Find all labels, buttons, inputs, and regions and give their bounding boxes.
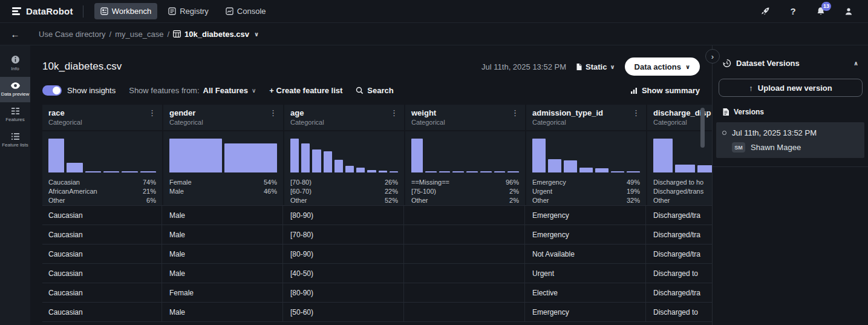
nav-tab-label: Console bbox=[237, 7, 266, 16]
breadcrumb-use-case-directory[interactable]: Use Case directory bbox=[39, 30, 106, 39]
table-cell: Discharged/tra bbox=[647, 225, 712, 244]
back-button[interactable]: ← bbox=[0, 29, 30, 39]
breadcrumb-bar: ← Use Case directory / my_use_case / 10k… bbox=[0, 23, 868, 45]
table-cell: Emergency bbox=[526, 225, 646, 244]
stat-line: Male46% bbox=[169, 187, 277, 196]
sidebar-item-data-preview[interactable]: Data preview bbox=[0, 77, 30, 102]
notification-badge: 13 bbox=[821, 2, 831, 11]
back-arrow-icon: ← bbox=[11, 29, 20, 39]
table-cell: Male bbox=[163, 303, 283, 321]
table-column-weight: weight⋮Categorical==Missing==96%[75-100)… bbox=[405, 105, 525, 205]
chevron-down-icon: ∨ bbox=[610, 64, 615, 70]
column-histogram[interactable] bbox=[48, 137, 156, 172]
column-header[interactable]: race⋮Categorical bbox=[42, 105, 162, 130]
nav-tab-console[interactable]: Console bbox=[220, 3, 272, 19]
sidebar-item-feature-lists[interactable]: Feature lists bbox=[0, 128, 30, 153]
dataset-timestamp: Jul 11th, 2025 13:52 PM bbox=[481, 62, 566, 71]
histogram-bar bbox=[103, 171, 119, 172]
table-cell: Discharged to bbox=[647, 264, 712, 283]
version-dot-icon bbox=[722, 131, 726, 135]
show-features-from-dropdown[interactable]: Show features from: All Features ∨ bbox=[129, 86, 256, 95]
column-histogram[interactable] bbox=[290, 137, 398, 172]
nav-tab-workbench[interactable]: Workbench bbox=[94, 3, 158, 19]
breadcrumb-current-dataset[interactable]: 10k_diabetes.csv ∨ bbox=[173, 30, 259, 39]
bar-chart-icon bbox=[630, 87, 638, 94]
datarobot-logo[interactable]: DataRobot bbox=[12, 6, 73, 16]
column-header[interactable]: admission_type_id⋮Categorical bbox=[526, 105, 646, 130]
show-insights-toggle[interactable]: Show insights bbox=[42, 85, 116, 96]
histogram-bar bbox=[548, 159, 561, 172]
column-insights: Female54%Male46% bbox=[163, 131, 283, 205]
column-stats: Discharged to hoDischarged/transOther bbox=[653, 178, 712, 205]
notifications-bell-icon[interactable]: 13 bbox=[815, 5, 827, 18]
stat-line: Female54% bbox=[169, 178, 277, 187]
table-row[interactable]: CaucasianFemale[80-90)ElectiveDischarged… bbox=[42, 283, 712, 302]
table-cell: Male bbox=[163, 264, 283, 283]
column-menu-icon[interactable]: ⋮ bbox=[632, 108, 640, 117]
table-column-race: race⋮CategoricalCaucasian74%AfricanAmeri… bbox=[42, 105, 162, 205]
search-button[interactable]: Search bbox=[356, 86, 393, 95]
histogram-bar bbox=[390, 171, 398, 172]
nav-tab-label: Registry bbox=[180, 7, 209, 16]
chevron-down-icon: ∨ bbox=[254, 31, 259, 38]
table-row[interactable]: CaucasianMale[80-90)Not AvailableDischar… bbox=[42, 244, 712, 263]
column-menu-icon[interactable]: ⋮ bbox=[269, 108, 277, 117]
data-preview-table: race⋮CategoricalCaucasian74%AfricanAmeri… bbox=[42, 105, 712, 322]
table-cell: Discharged/tra bbox=[647, 206, 712, 225]
table-row[interactable]: CaucasianMale[80-90)EmergencyDischarged/… bbox=[42, 205, 712, 225]
table-cell: Female bbox=[163, 283, 283, 302]
create-feature-list-button[interactable]: + Create feature list bbox=[269, 86, 342, 95]
toggle-switch[interactable] bbox=[42, 85, 62, 96]
table-cell: [80-90) bbox=[284, 206, 404, 225]
column-name: gender bbox=[169, 108, 195, 117]
column-menu-icon[interactable]: ⋮ bbox=[511, 108, 519, 117]
stat-line: Emergency49% bbox=[532, 178, 640, 187]
column-name: age bbox=[290, 108, 304, 117]
column-type: Categorical bbox=[532, 119, 640, 126]
left-sidebar: Info Data preview Features Feature lists bbox=[0, 45, 30, 325]
column-name: weight bbox=[411, 108, 436, 117]
table-cell bbox=[405, 206, 525, 225]
version-entry[interactable]: Jul 11th, 2025 13:52 PMSMShawn Magee bbox=[716, 122, 864, 158]
main-content: 10k_diabetes.csv Jul 11th, 2025 13:52 PM… bbox=[30, 45, 712, 325]
column-histogram[interactable] bbox=[411, 137, 519, 172]
launch-rocket-icon[interactable] bbox=[759, 5, 771, 18]
column-menu-icon[interactable]: ⋮ bbox=[148, 108, 156, 117]
datarobot-logo-icon bbox=[12, 7, 21, 15]
histogram-bar bbox=[507, 171, 519, 172]
show-summary-button[interactable]: Show summary bbox=[630, 86, 700, 95]
table-cell: Emergency bbox=[526, 303, 646, 321]
table-row[interactable]: CaucasianMale[40-50)UrgentDischarged to bbox=[42, 263, 712, 283]
histogram-bar bbox=[379, 171, 387, 172]
data-actions-button[interactable]: Data actions ∨ bbox=[625, 57, 700, 76]
histogram-bar bbox=[67, 163, 82, 172]
column-header[interactable]: gender⋮Categorical bbox=[163, 105, 283, 130]
histogram-bar bbox=[532, 139, 546, 172]
table-row[interactable]: CaucasianMale[50-60)EmergencyDischarged … bbox=[42, 302, 712, 321]
column-menu-icon[interactable]: ⋮ bbox=[390, 108, 398, 117]
sidebar-item-features[interactable]: Features bbox=[0, 102, 30, 128]
help-icon[interactable]: ? bbox=[787, 5, 799, 18]
histogram-bar bbox=[367, 170, 376, 172]
dataset-type-dropdown[interactable]: Static ∨ bbox=[576, 62, 615, 71]
chevron-up-icon[interactable]: ∧ bbox=[853, 60, 858, 67]
feature-lists-icon bbox=[11, 133, 20, 140]
column-insights: [70-80)26%[60-70)22%Other52% bbox=[284, 131, 404, 205]
column-header[interactable]: age⋮Categorical bbox=[284, 105, 404, 130]
nav-tab-registry[interactable]: Registry bbox=[162, 3, 215, 19]
vertical-scrollbar[interactable] bbox=[700, 108, 705, 148]
column-histogram[interactable] bbox=[169, 137, 277, 172]
upload-new-version-button[interactable]: ↑ Upload new version bbox=[719, 79, 863, 97]
histogram-bar bbox=[579, 168, 593, 172]
sidebar-item-info[interactable]: Info bbox=[0, 50, 30, 77]
table-row[interactable]: CaucasianMale[70-80)EmergencyDischarged/… bbox=[42, 225, 712, 244]
version-timestamp: Jul 11th, 2025 13:52 PM bbox=[732, 128, 817, 137]
panel-collapse-button[interactable]: › bbox=[705, 49, 720, 64]
column-header[interactable]: weight⋮Categorical bbox=[405, 105, 525, 130]
stat-line: Other52% bbox=[290, 196, 398, 205]
user-profile-icon[interactable] bbox=[843, 5, 855, 18]
breadcrumb-use-case[interactable]: my_use_case bbox=[115, 30, 163, 39]
histogram-bar bbox=[627, 171, 640, 172]
table-cell: [70-80) bbox=[284, 225, 404, 244]
column-histogram[interactable] bbox=[532, 137, 640, 172]
